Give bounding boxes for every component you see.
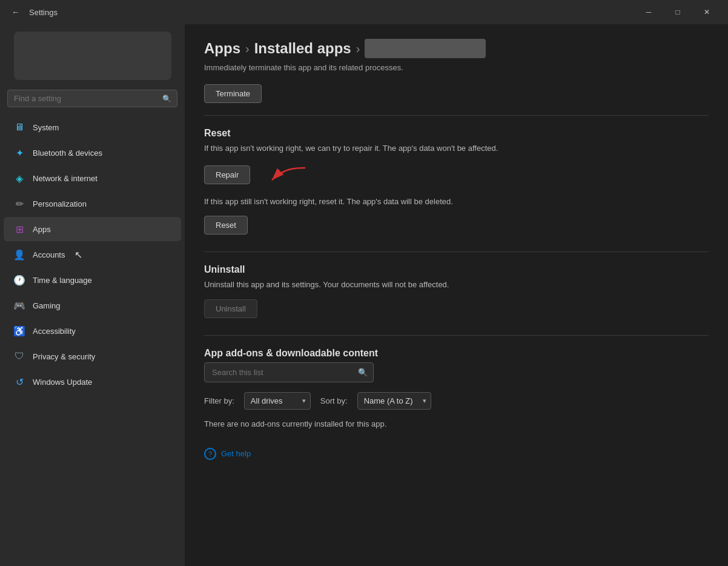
privacy-icon: 🛡 <box>13 350 25 362</box>
sidebar-item-accounts[interactable]: 👤 Accounts ↖ <box>4 242 181 267</box>
gaming-icon: 🎮 <box>13 299 25 311</box>
sidebar-item-privacy[interactable]: 🛡 Privacy & security <box>4 344 181 368</box>
apps-icon: ⊞ <box>13 223 25 235</box>
uninstall-section: Uninstall Uninstall this app and its set… <box>204 264 709 318</box>
time-icon: 🕐 <box>13 274 25 286</box>
addons-title: App add-ons & downloadable content <box>204 348 709 359</box>
personalization-icon: ✏ <box>13 198 25 210</box>
update-icon: ↺ <box>13 376 25 388</box>
network-icon: ◈ <box>13 172 25 184</box>
reset-desc1: If this app isn't working right, we can … <box>204 142 709 155</box>
sidebar-item-gaming[interactable]: 🎮 Gaming <box>4 293 181 318</box>
breadcrumb: Apps › Installed apps › <box>204 39 709 58</box>
search-list-icon: 🔍 <box>358 368 368 377</box>
sidebar-item-time[interactable]: 🕐 Time & language <box>4 268 181 292</box>
avatar <box>14 32 171 80</box>
breadcrumb-sep1: › <box>245 42 250 56</box>
maximize-button[interactable]: □ <box>664 0 692 24</box>
search-input[interactable] <box>7 90 177 107</box>
breadcrumb-app-name <box>365 39 486 58</box>
uninstall-title: Uninstall <box>204 264 709 275</box>
minimize-button[interactable]: ─ <box>635 0 663 24</box>
page-subtitle: Immediately terminate this app and its r… <box>204 63 709 72</box>
content-area: Apps › Installed apps › Immediately term… <box>185 24 728 566</box>
close-button[interactable]: ✕ <box>693 0 721 24</box>
terminate-button[interactable]: Terminate <box>204 84 262 103</box>
sort-dropdown[interactable]: Name (A to Z) <box>357 392 431 410</box>
arrow-svg <box>260 163 308 187</box>
system-icon: 🖥 <box>13 121 25 133</box>
sort-dropdown-wrapper: Name (A to Z) ▾ <box>357 392 431 410</box>
window-controls: ─ □ ✕ <box>635 0 721 24</box>
repair-row: Repair <box>204 163 709 187</box>
search-list-container: 🔍 <box>204 362 374 382</box>
accounts-icon: 👤 <box>13 248 25 261</box>
breadcrumb-sep2: › <box>356 42 360 56</box>
app-title: Settings <box>29 8 635 17</box>
reset-title: Reset <box>204 128 709 139</box>
filter-dropdown[interactable]: All drives <box>244 392 311 410</box>
repair-button[interactable]: Repair <box>204 165 250 184</box>
uninstall-button[interactable]: Uninstall <box>204 299 257 318</box>
help-icon: ? <box>204 448 216 460</box>
accessibility-icon: ♿ <box>13 325 25 337</box>
reset-button[interactable]: Reset <box>204 216 248 235</box>
sidebar: 🔍 🖥 System ✦ Bluetooth & devices ◈ Netwo… <box>0 24 185 566</box>
sidebar-item-personalization[interactable]: ✏ Personalization <box>4 191 181 216</box>
main-layout: 🔍 🖥 System ✦ Bluetooth & devices ◈ Netwo… <box>0 24 728 566</box>
reset-desc2: If this app still isn't working right, r… <box>204 196 709 208</box>
sidebar-item-bluetooth[interactable]: ✦ Bluetooth & devices <box>4 141 181 165</box>
no-addons-text: There are no add-ons currently installed… <box>204 419 709 428</box>
cursor-icon: ↖ <box>74 249 82 261</box>
sort-label: Sort by: <box>320 396 348 405</box>
filter-dropdown-wrapper: All drives ▾ <box>244 392 311 410</box>
breadcrumb-installed-apps[interactable]: Installed apps <box>254 40 351 57</box>
search-list-input[interactable] <box>204 362 374 382</box>
sidebar-item-network[interactable]: ◈ Network & internet <box>4 166 181 190</box>
divider-1 <box>204 115 709 116</box>
back-button[interactable]: ← <box>7 4 24 21</box>
filter-sort-row: Filter by: All drives ▾ Sort by: Name (A… <box>204 392 709 410</box>
reset-section: Reset If this app isn't working right, w… <box>204 128 709 235</box>
addons-section: App add-ons & downloadable content 🔍 Fil… <box>204 348 709 428</box>
search-icon: 🔍 <box>162 95 171 103</box>
sidebar-search-container: 🔍 <box>7 90 177 107</box>
get-help-link[interactable]: Get help <box>221 449 251 458</box>
sidebar-item-system[interactable]: 🖥 System <box>4 115 181 139</box>
divider-3 <box>204 335 709 336</box>
breadcrumb-apps[interactable]: Apps <box>204 40 240 57</box>
sidebar-item-apps[interactable]: ⊞ Apps <box>4 217 181 241</box>
bluetooth-icon: ✦ <box>13 147 25 159</box>
uninstall-desc: Uninstall this app and its settings. You… <box>204 279 709 291</box>
arrow-annotation <box>260 163 308 187</box>
titlebar: ← Settings ─ □ ✕ <box>0 0 728 24</box>
help-row: ? Get help <box>204 448 709 460</box>
filter-label: Filter by: <box>204 396 234 405</box>
divider-2 <box>204 251 709 252</box>
sidebar-item-accessibility[interactable]: ♿ Accessibility <box>4 319 181 343</box>
sidebar-item-update[interactable]: ↺ Windows Update <box>4 370 181 394</box>
